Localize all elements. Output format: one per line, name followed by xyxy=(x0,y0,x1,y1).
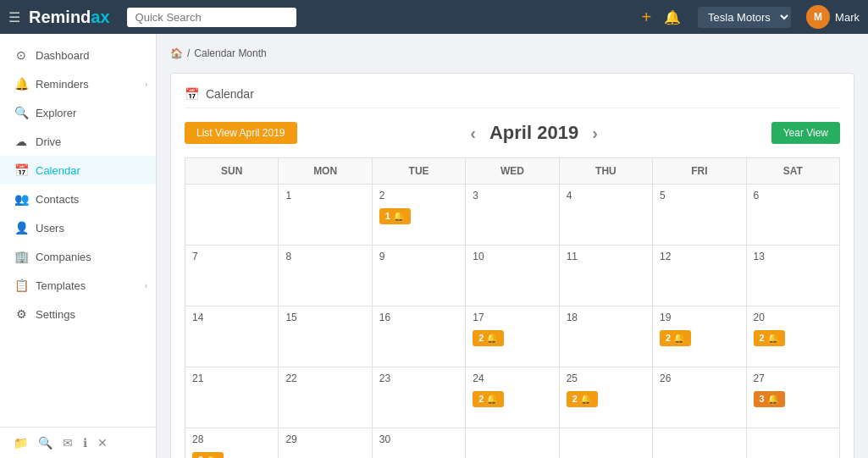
sidebar-item-companies[interactable]: 🏢 Companies xyxy=(0,242,156,271)
calendar-day-cell[interactable]: 8 xyxy=(279,246,372,306)
calendar-day-cell[interactable]: 10 xyxy=(466,246,559,306)
day-header-sat: SAT xyxy=(746,158,839,185)
calendar-day-cell[interactable]: 15 xyxy=(279,306,372,367)
event-badge[interactable]: 3 🔔 xyxy=(754,391,785,407)
calendar-day-cell[interactable]: 21 xyxy=(185,367,279,428)
calendar-day-cell[interactable]: 29 xyxy=(279,428,372,459)
day-number: 4 xyxy=(567,190,645,201)
day-number: 25 xyxy=(567,372,645,384)
day-number: 17 xyxy=(473,312,551,323)
calendar-controls: List View April 2019 ‹ April 2019 › Year… xyxy=(185,122,840,144)
day-number: 9 xyxy=(379,251,458,262)
day-header-mon: MON xyxy=(279,158,372,185)
calendar-day-cell[interactable]: 7 xyxy=(185,246,279,306)
notifications-bell-icon[interactable]: 🔔 xyxy=(664,9,681,25)
calendar-day-cell[interactable]: 1 xyxy=(279,185,372,246)
prev-month-button[interactable]: ‹ xyxy=(470,124,476,143)
search-footer-icon[interactable]: 🔍 xyxy=(38,436,53,450)
calendar-day-cell[interactable]: 16 xyxy=(372,306,465,367)
calendar-day-cell[interactable] xyxy=(746,428,839,459)
close-icon[interactable]: ✕ xyxy=(97,436,108,450)
sidebar-label: Templates xyxy=(36,279,86,292)
event-badge[interactable]: 2 🔔 xyxy=(473,330,504,346)
sidebar-item-dashboard[interactable]: ⊙ Dashboard xyxy=(0,41,156,69)
calendar-day-cell[interactable]: 202 🔔 xyxy=(746,306,839,367)
calendar-day-cell[interactable]: 3 xyxy=(466,185,559,246)
sidebar-label: Explorer xyxy=(36,107,76,119)
breadcrumb: 🏠 / Calendar Month xyxy=(170,47,854,59)
calendar-day-cell[interactable]: 13 xyxy=(746,246,839,306)
next-month-button[interactable]: › xyxy=(592,124,598,143)
calendar-day-cell[interactable] xyxy=(653,428,746,459)
calendar-day-cell[interactable]: 14 xyxy=(185,306,279,367)
day-number: 19 xyxy=(660,312,738,323)
calendar-day-cell[interactable]: 242 🔔 xyxy=(466,367,559,428)
calendar-day-cell[interactable]: 172 🔔 xyxy=(466,306,559,367)
hamburger-icon[interactable]: ☰ xyxy=(8,9,20,25)
companies-icon: 🏢 xyxy=(14,250,29,263)
calendar-grid: SUNMONTUEWEDTHUFRISAT 121 🔔3456789101112… xyxy=(185,157,840,458)
sidebar-label: Companies xyxy=(36,251,91,263)
calendar-day-cell[interactable]: 282 🔔 xyxy=(185,428,279,459)
sidebar-item-templates[interactable]: 📋 Templates › xyxy=(0,271,156,300)
list-view-button[interactable]: List View April 2019 xyxy=(185,122,297,144)
calendar-day-cell[interactable]: 18 xyxy=(559,306,652,367)
reminders-icon: 🔔 xyxy=(14,77,29,91)
day-number: 12 xyxy=(660,251,738,262)
avatar: M xyxy=(806,5,830,29)
calendar-week-row: 282 🔔2930 xyxy=(185,428,840,459)
calendar-day-cell[interactable]: 21 🔔 xyxy=(372,185,465,246)
company-selector[interactable]: Tesla Motors xyxy=(698,7,791,28)
mail-icon[interactable]: ✉ xyxy=(63,436,73,450)
sidebar-item-reminders[interactable]: 🔔 Reminders › xyxy=(0,69,156,98)
day-header-tue: TUE xyxy=(372,158,465,185)
event-badge[interactable]: 2 🔔 xyxy=(754,330,785,346)
add-button[interactable]: + xyxy=(641,8,651,27)
calendar-day-cell[interactable]: 252 🔔 xyxy=(559,367,652,428)
year-view-button[interactable]: Year View xyxy=(771,122,840,144)
sidebar-item-settings[interactable]: ⚙ Settings xyxy=(0,300,156,328)
sidebar-label: Reminders xyxy=(36,78,89,91)
info-icon[interactable]: ℹ xyxy=(83,436,87,450)
sidebar-item-calendar[interactable]: 📅 Calendar xyxy=(0,156,156,185)
sidebar-item-users[interactable]: 👤 Users xyxy=(0,213,156,242)
day-number: 3 xyxy=(473,190,551,201)
calendar-day-cell[interactable]: 30 xyxy=(372,428,465,459)
search-input[interactable] xyxy=(127,8,296,27)
calendar-day-cell[interactable] xyxy=(466,428,559,459)
home-icon[interactable]: 🏠 xyxy=(170,47,183,59)
sidebar-label: Settings xyxy=(36,308,75,321)
drive-icon: ☁ xyxy=(14,135,29,148)
calendar-day-cell[interactable]: 4 xyxy=(559,185,652,246)
calendar-day-cell[interactable]: 9 xyxy=(372,246,465,306)
calendar-day-cell[interactable]: 12 xyxy=(653,246,746,306)
event-badge[interactable]: 2 🔔 xyxy=(192,452,224,458)
calendar-day-cell[interactable]: 192 🔔 xyxy=(653,306,746,367)
calendar-week-row: 121 🔔3456 xyxy=(185,185,840,246)
calendar-day-cell[interactable]: 26 xyxy=(653,367,746,428)
calendar-day-cell[interactable]: 5 xyxy=(653,185,746,246)
calendar-week-row: 78910111213 xyxy=(185,246,840,306)
calendar-day-cell[interactable] xyxy=(185,185,279,246)
user-menu[interactable]: M Mark xyxy=(806,5,860,29)
sidebar-item-contacts[interactable]: 👥 Contacts xyxy=(0,185,156,213)
sidebar-label: Users xyxy=(36,222,64,235)
calendar-header-row: SUNMONTUEWEDTHUFRISAT xyxy=(185,158,840,185)
calendar-day-cell[interactable]: 23 xyxy=(372,367,465,428)
sidebar-item-explorer[interactable]: 🔍 Explorer xyxy=(0,98,156,127)
calendar-day-cell[interactable]: 273 🔔 xyxy=(746,367,839,428)
users-icon: 👤 xyxy=(14,221,29,235)
calendar-day-cell[interactable]: 6 xyxy=(746,185,839,246)
calendar-day-cell[interactable]: 11 xyxy=(559,246,652,306)
chevron-right-icon: › xyxy=(145,281,147,290)
chevron-right-icon: › xyxy=(145,80,147,89)
event-badge[interactable]: 1 🔔 xyxy=(379,208,411,224)
folder-icon[interactable]: 📁 xyxy=(14,436,28,450)
calendar-day-cell[interactable]: 22 xyxy=(279,367,372,428)
day-number: 8 xyxy=(285,251,364,262)
event-badge[interactable]: 2 🔔 xyxy=(567,391,598,407)
event-badge[interactable]: 2 🔔 xyxy=(473,391,504,407)
sidebar-item-drive[interactable]: ☁ Drive xyxy=(0,127,156,156)
event-badge[interactable]: 2 🔔 xyxy=(660,330,691,346)
calendar-day-cell[interactable] xyxy=(559,428,652,459)
